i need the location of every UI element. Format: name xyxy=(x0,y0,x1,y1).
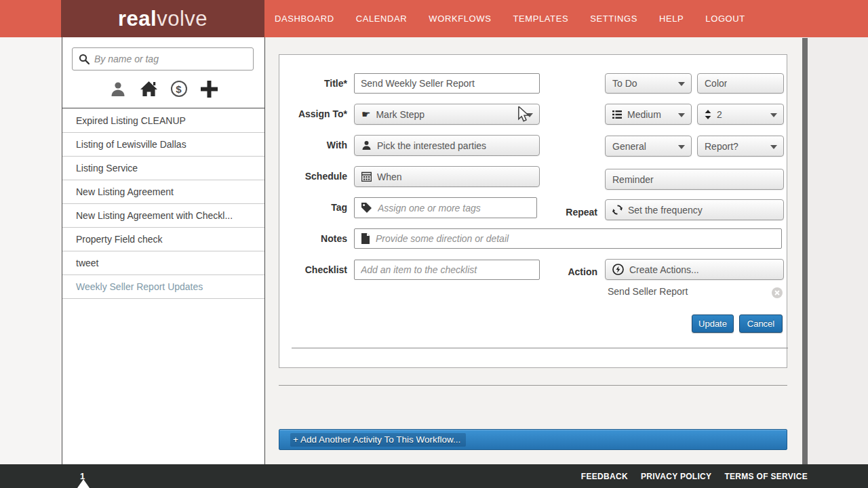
card-divider xyxy=(292,348,788,348)
color-button[interactable]: Color xyxy=(697,73,784,94)
tag-icon xyxy=(361,202,372,214)
logo-text: realvolve xyxy=(118,7,208,31)
chevron-down-icon xyxy=(678,145,685,149)
checklist-label: Checklist xyxy=(279,264,347,275)
contacts-filter-icon[interactable] xyxy=(109,79,127,98)
nav-calendar[interactable]: CALENDAR xyxy=(356,14,408,24)
feedback-link[interactable]: FEEDBACK xyxy=(581,472,628,481)
order-value: 2 xyxy=(717,109,722,120)
person-icon xyxy=(361,140,372,150)
workflow-list-item-active[interactable]: Weekly Seller Report Updates xyxy=(62,275,264,299)
search-input[interactable] xyxy=(94,54,247,64)
add-workflow-icon[interactable] xyxy=(200,79,218,98)
color-label: Color xyxy=(705,78,727,89)
workflow-list-item[interactable]: New Listing Agreement with Checkl... xyxy=(62,204,264,228)
realvolve-app: realvolve DASHBOARD CALENDAR WORKFLOWS T… xyxy=(0,0,868,488)
document-icon xyxy=(361,233,370,244)
workflow-sidebar: $ Expired Listing CLEANUP Listing of Lew… xyxy=(62,37,265,464)
nav-settings[interactable]: SETTINGS xyxy=(590,14,637,24)
create-actions-button[interactable]: Create Actions... xyxy=(605,259,784,280)
repeat-placeholder: Set the frequency xyxy=(628,205,703,216)
main-nav: DASHBOARD CALENDAR WORKFLOWS TEMPLATES S… xyxy=(275,0,745,37)
calendar-icon xyxy=(361,171,372,182)
workflow-search[interactable] xyxy=(72,47,254,70)
category-value: General xyxy=(612,141,646,152)
privacy-policy-link[interactable]: PRIVACY POLICY xyxy=(641,472,711,481)
right-margin xyxy=(808,37,868,464)
notes-field[interactable] xyxy=(354,228,782,249)
update-button[interactable]: Update xyxy=(692,314,734,333)
workflow-list-item[interactable]: Expired Listing CLEANUP xyxy=(62,109,264,133)
nav-dashboard[interactable]: DASHBOARD xyxy=(275,14,334,24)
notes-label: Notes xyxy=(279,233,347,244)
checklist-field[interactable] xyxy=(354,260,540,280)
footer-bar: 1 FEEDBACK PRIVACY POLICY TERMS OF SERVI… xyxy=(0,464,868,488)
workflow-list-item[interactable]: tweet xyxy=(62,251,264,275)
order-dropdown[interactable]: 2 xyxy=(697,104,784,125)
title-field[interactable] xyxy=(354,73,540,94)
activity-editor-area: Title* Assign To* With Schedule Tag Note… xyxy=(266,37,802,464)
add-activity-button[interactable]: + Add Another Activity To This Workflow.… xyxy=(279,429,787,450)
vertical-scrollbar[interactable] xyxy=(802,38,808,464)
with-placeholder: Pick the interested parties xyxy=(377,140,486,151)
schedule-placeholder: When xyxy=(377,171,402,182)
lightning-circle-icon xyxy=(612,264,624,275)
nav-workflows[interactable]: WORKFLOWS xyxy=(429,14,491,24)
workflow-list-item[interactable]: Listing of Lewisville Dallas xyxy=(62,133,264,157)
report-dropdown[interactable]: Report? xyxy=(697,136,784,157)
sidebar-header: $ xyxy=(62,37,264,108)
repeat-label: Repeat xyxy=(543,207,597,218)
workflow-list-item[interactable]: Listing Service xyxy=(62,157,264,180)
page-pointer-icon xyxy=(77,479,90,488)
nav-help[interactable]: HELP xyxy=(659,14,684,24)
activity-form-card: Title* Assign To* With Schedule Tag Note… xyxy=(279,54,787,368)
nav-logout[interactable]: LOGOUT xyxy=(705,14,745,24)
chevron-down-icon xyxy=(770,113,777,117)
create-actions-label: Create Actions... xyxy=(629,264,699,275)
transactions-filter-icon[interactable]: $ xyxy=(171,81,187,97)
search-icon xyxy=(79,54,90,64)
report-value: Report? xyxy=(705,141,738,152)
tag-input[interactable] xyxy=(378,203,530,214)
home-filter-icon[interactable] xyxy=(140,79,158,98)
cancel-button[interactable]: Cancel xyxy=(739,314,783,333)
title-label: Title* xyxy=(279,78,347,89)
assign-to-label: Assign To* xyxy=(279,108,347,119)
remove-action-icon[interactable] xyxy=(772,287,783,298)
priority-value: Medium xyxy=(627,109,661,120)
terms-of-service-link[interactable]: TERMS OF SERVICE xyxy=(724,472,808,481)
repeat-button[interactable]: Set the frequency xyxy=(605,199,784,220)
chevron-down-icon xyxy=(770,145,777,149)
nav-templates[interactable]: TEMPLATES xyxy=(513,14,568,24)
with-picker-button[interactable]: Pick the interested parties xyxy=(354,135,540,156)
section-divider xyxy=(279,385,787,386)
workflow-list-item[interactable]: New Listing Agreement xyxy=(62,180,264,204)
list-icon xyxy=(612,110,622,119)
priority-dropdown[interactable]: Medium xyxy=(605,104,692,125)
sidebar-filter-bar: $ xyxy=(62,79,264,98)
title-input[interactable] xyxy=(361,78,533,89)
action-label: Action xyxy=(543,266,597,277)
category-dropdown[interactable]: General xyxy=(605,136,692,157)
sort-arrows-icon xyxy=(705,110,711,119)
workflow-list: Expired Listing CLEANUP Listing of Lewis… xyxy=(62,109,264,299)
chevron-down-icon xyxy=(678,82,685,86)
workflow-list-item[interactable]: Property Field check xyxy=(62,228,264,251)
type-dropdown[interactable]: To Do xyxy=(605,73,692,94)
tag-field[interactable] xyxy=(354,197,537,218)
schedule-button[interactable]: When xyxy=(354,166,540,187)
pointing-hand-icon: ☛ xyxy=(361,109,370,119)
type-value: To Do xyxy=(612,78,637,89)
chevron-down-icon xyxy=(526,113,533,117)
footer-links: FEEDBACK PRIVACY POLICY TERMS OF SERVICE xyxy=(581,464,808,488)
add-activity-label: + Add Another Activity To This Workflow.… xyxy=(290,433,466,447)
schedule-label: Schedule xyxy=(279,171,347,182)
refresh-icon xyxy=(612,205,623,215)
realvolve-logo[interactable]: realvolve xyxy=(61,0,264,37)
reminder-button[interactable]: Reminder xyxy=(605,169,784,190)
with-label: With xyxy=(279,140,347,150)
chevron-down-icon xyxy=(678,113,685,117)
checklist-input[interactable] xyxy=(361,264,533,275)
notes-input[interactable] xyxy=(376,233,775,244)
assign-to-dropdown[interactable]: ☛ Mark Stepp xyxy=(354,104,540,125)
